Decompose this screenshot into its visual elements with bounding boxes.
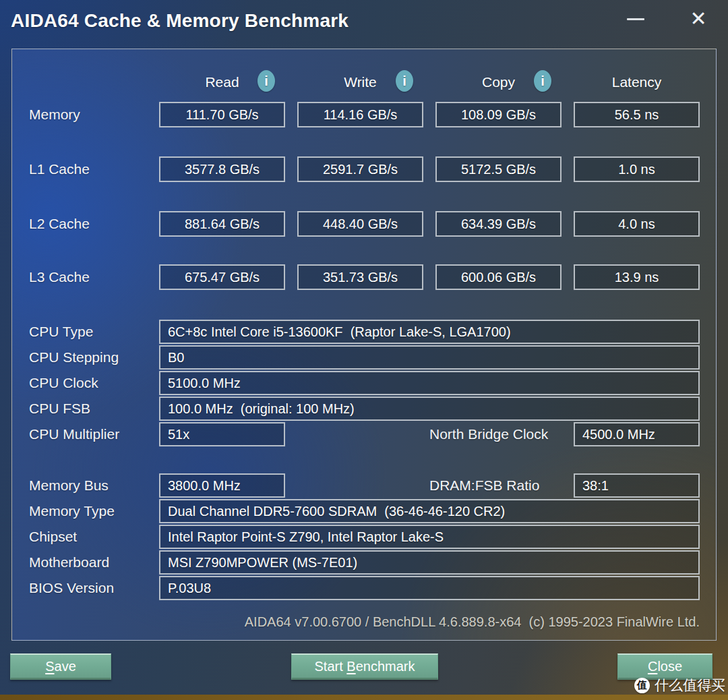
info-icon[interactable]: i: [257, 70, 275, 92]
info-row-bios-version: BIOS Version P.03U8: [12, 576, 716, 600]
l2-latency-value: 4.0 ns: [574, 211, 700, 237]
north-bridge-clock-label: North Bridge Clock: [429, 422, 548, 446]
row-label: CPU Type: [29, 320, 93, 344]
info-row-cpu-multiplier: CPU Multiplier 51x North Bridge Clock 45…: [12, 422, 716, 446]
info-row-chipset: Chipset Intel Raptor Point-S Z790, Intel…: [12, 525, 716, 549]
info-row-cpu-stepping: CPU Stepping B0: [12, 345, 716, 370]
minimize-icon: [627, 18, 644, 20]
memory-type-value: Dual Channel DDR5-7600 SDRAM (36-46-46-1…: [159, 499, 700, 523]
row-label: Memory: [29, 102, 80, 127]
memory-write-value: 114.16 GB/s: [297, 102, 423, 127]
app-window: AIDA64 Cache & Memory Benchmark ✕ Read i…: [0, 0, 728, 700]
l2-copy-value: 634.39 GB/s: [435, 211, 562, 237]
cpu-stepping-value: B0: [159, 345, 700, 370]
dram-fsb-ratio-label: DRAM:FSB Ratio: [429, 473, 539, 498]
benchmark-row-l1: L1 Cache 3577.8 GB/s 2591.7 GB/s 5172.5 …: [12, 156, 716, 182]
chipset-value: Intel Raptor Point-S Z790, Intel Raptor …: [159, 525, 700, 549]
cpu-type-value: 6C+8c Intel Core i5-13600KF (Raptor Lake…: [159, 320, 700, 344]
row-label: L3 Cache: [29, 264, 90, 290]
column-header-label: Read: [205, 74, 239, 90]
l3-copy-value: 600.06 GB/s: [435, 264, 562, 290]
dram-fsb-ratio-value: 38:1: [574, 473, 700, 498]
close-window-button[interactable]: ✕: [679, 0, 717, 38]
cpu-clock-value: 5100.0 MHz: [159, 371, 700, 395]
column-header-copy: Copy i: [435, 71, 562, 92]
l1-copy-value: 5172.5 GB/s: [435, 156, 562, 182]
info-icon[interactable]: i: [396, 70, 413, 92]
l3-read-value: 675.47 GB/s: [159, 264, 285, 290]
info-row-cpu-type: CPU Type 6C+8c Intel Core i5-13600KF (Ra…: [12, 320, 716, 344]
title-bar: AIDA64 Cache & Memory Benchmark ✕: [0, 0, 728, 42]
row-label: L1 Cache: [29, 156, 90, 182]
motherboard-value: MSI Z790MPOWER (MS-7E01): [159, 550, 700, 575]
benchmark-row-l3: L3 Cache 675.47 GB/s 351.73 GB/s 600.06 …: [12, 264, 716, 290]
memory-copy-value: 108.09 GB/s: [435, 102, 562, 127]
row-label: CPU FSB: [29, 397, 90, 421]
row-label: Chipset: [29, 525, 77, 549]
smzdm-logo-icon: 值: [634, 678, 650, 693]
benchmark-row-l2: L2 Cache 881.64 GB/s 448.40 GB/s 634.39 …: [12, 211, 716, 237]
l3-write-value: 351.73 GB/s: [297, 264, 423, 290]
column-header-write: Write i: [297, 71, 423, 92]
bios-version-value: P.03U8: [159, 576, 700, 600]
row-label: Memory Bus: [29, 473, 109, 498]
version-footer: AIDA64 v7.00.6700 / BenchDLL 4.6.889.8-x…: [159, 614, 700, 630]
l2-write-value: 448.40 GB/s: [297, 211, 423, 237]
row-label: CPU Clock: [29, 371, 98, 395]
row-label: CPU Stepping: [29, 345, 119, 370]
info-row-motherboard: Motherboard MSI Z790MPOWER (MS-7E01): [12, 550, 716, 575]
l1-read-value: 3577.8 GB/s: [159, 156, 285, 182]
start-benchmark-button[interactable]: Start Benchmark: [291, 653, 438, 680]
row-label: Memory Type: [29, 499, 115, 523]
info-row-memory-type: Memory Type Dual Channel DDR5-7600 SDRAM…: [12, 499, 716, 523]
save-button[interactable]: Save: [10, 653, 111, 680]
l1-latency-value: 1.0 ns: [574, 156, 700, 182]
minimize-button[interactable]: [617, 0, 655, 38]
memory-latency-value: 56.5 ns: [574, 102, 700, 127]
l1-write-value: 2591.7 GB/s: [297, 156, 423, 182]
row-label: L2 Cache: [29, 211, 90, 237]
info-icon[interactable]: i: [534, 70, 551, 92]
benchmark-row-memory: Memory 111.70 GB/s 114.16 GB/s 108.09 GB…: [12, 102, 716, 127]
window-title: AIDA64 Cache & Memory Benchmark: [11, 10, 348, 32]
smzdm-watermark-text: 什么值得买: [655, 676, 725, 695]
l2-read-value: 881.64 GB/s: [159, 211, 285, 237]
column-header-label: Write: [344, 74, 377, 90]
row-label: Motherboard: [29, 550, 109, 575]
column-header-read: Read i: [159, 71, 285, 92]
info-row-cpu-fsb: CPU FSB 100.0 MHz (original: 100 MHz): [12, 397, 716, 421]
memory-read-value: 111.70 GB/s: [159, 102, 285, 127]
row-label: CPU Multiplier: [29, 422, 119, 446]
bottom-accent-strip: [0, 695, 728, 700]
north-bridge-clock-value: 4500.0 MHz: [574, 422, 700, 446]
column-header-latency: Latency: [574, 71, 700, 92]
close-icon: ✕: [690, 9, 706, 29]
l3-latency-value: 13.9 ns: [574, 264, 700, 290]
benchmark-panel: Read i Write i Copy i Latency Memory 111…: [11, 49, 717, 641]
info-row-memory-bus: Memory Bus 3800.0 MHz DRAM:FSB Ratio 38:…: [12, 473, 716, 498]
cpu-fsb-value: 100.0 MHz (original: 100 MHz): [159, 397, 700, 421]
column-header-label: Latency: [612, 74, 662, 90]
row-label: BIOS Version: [29, 576, 114, 600]
cpu-multiplier-value: 51x: [159, 422, 285, 446]
memory-bus-value: 3800.0 MHz: [159, 473, 285, 498]
column-header-label: Copy: [482, 74, 515, 90]
smzdm-watermark: 值 什么值得买: [634, 676, 725, 695]
info-row-cpu-clock: CPU Clock 5100.0 MHz: [12, 371, 716, 395]
